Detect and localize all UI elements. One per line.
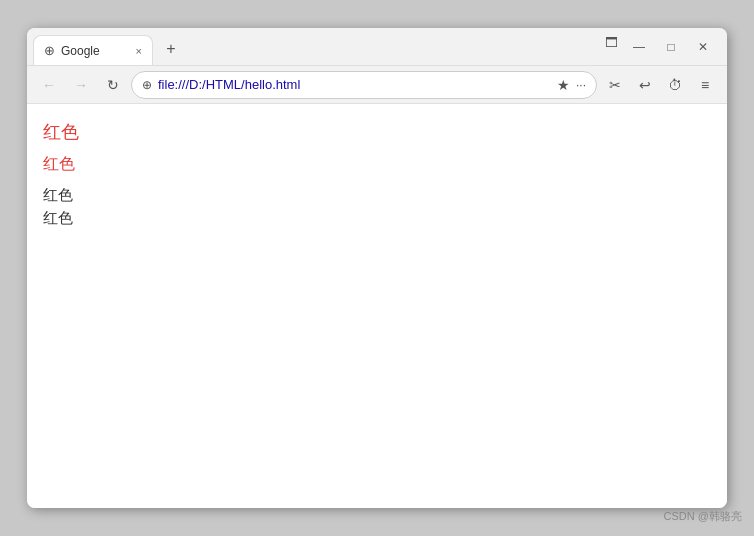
text-line-2: 红色 xyxy=(43,153,711,175)
active-tab[interactable]: ⊕ Google × xyxy=(33,35,153,65)
text-line-4: 红色 xyxy=(43,207,711,228)
refresh-button[interactable]: ↻ xyxy=(99,71,127,99)
undo-button[interactable]: ↩ xyxy=(631,71,659,99)
text-line-3: 红色 xyxy=(43,184,711,205)
window-controls: — □ ✕ xyxy=(625,28,721,65)
minimize-button[interactable]: — xyxy=(625,33,653,61)
tab-label: Google xyxy=(61,44,100,58)
forward-button[interactable]: → xyxy=(67,71,95,99)
new-tab-button[interactable]: + xyxy=(157,35,185,63)
title-bar: ⊕ Google × + 🗖 — □ ✕ xyxy=(27,28,727,66)
back-button[interactable]: ← xyxy=(35,71,63,99)
address-bar[interactable]: ⊕ file:///D:/HTML/hello.html ★ ··· xyxy=(131,71,597,99)
scissors-button[interactable]: ✂ xyxy=(601,71,629,99)
url-text: file:///D:/HTML/hello.html xyxy=(158,77,551,92)
browser-window: ⊕ Google × + 🗖 — □ ✕ ← → ↻ ⊕ file:///D:/… xyxy=(27,28,727,508)
bookmark-star-icon[interactable]: ★ xyxy=(557,77,570,93)
nav-right-icons: ✂ ↩ ⏱ ≡ xyxy=(601,71,719,99)
address-more-icon[interactable]: ··· xyxy=(576,78,586,92)
menu-button[interactable]: ≡ xyxy=(691,71,719,99)
text-line-1: 红色 xyxy=(43,120,711,145)
secure-icon: ⊕ xyxy=(142,78,152,92)
profile-icon: 🗖 xyxy=(597,28,625,56)
globe-icon: ⊕ xyxy=(44,43,55,58)
history-button[interactable]: ⏱ xyxy=(661,71,689,99)
close-button[interactable]: ✕ xyxy=(689,33,717,61)
watermark: CSDN @韩骆亮 xyxy=(664,509,742,524)
tab-close-button[interactable]: × xyxy=(136,45,142,57)
maximize-button[interactable]: □ xyxy=(657,33,685,61)
navigation-bar: ← → ↻ ⊕ file:///D:/HTML/hello.html ★ ···… xyxy=(27,66,727,104)
page-content: 红色 红色 红色 红色 xyxy=(27,104,727,508)
tabs-area: ⊕ Google × + xyxy=(33,28,597,65)
